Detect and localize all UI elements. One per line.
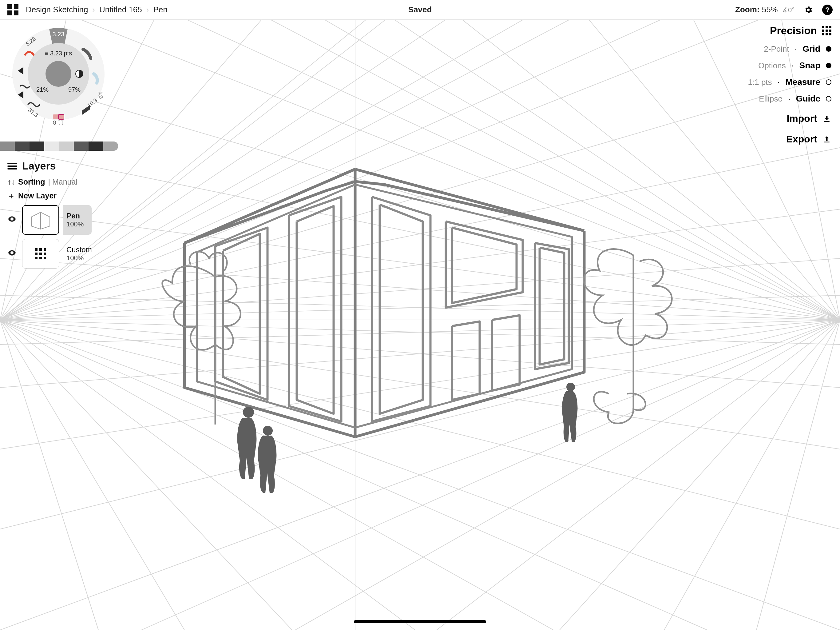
layers-panel: Layers ↑↓ Sorting | Manual ＋ New Layer P… bbox=[7, 160, 99, 273]
canvas[interactable] bbox=[0, 0, 840, 630]
apps-icon[interactable] bbox=[7, 4, 19, 15]
breadcrumb-root[interactable]: Design Sketching bbox=[26, 5, 88, 14]
breadcrumb-tool[interactable]: Pen bbox=[153, 5, 167, 14]
chevron-right-icon: › bbox=[92, 5, 95, 14]
home-indicator bbox=[354, 620, 486, 623]
layer-item[interactable]: Custom 100% bbox=[7, 239, 99, 269]
svg-line-3 bbox=[0, 0, 840, 320]
toggle-off-icon bbox=[826, 79, 831, 85]
zoom-readout[interactable]: Zoom: 55% ∡0° bbox=[735, 5, 794, 14]
precision-panel: Precision 2-Point· Grid Options· Snap 1:… bbox=[748, 25, 831, 145]
layer-thumbnail bbox=[22, 205, 59, 235]
export-button[interactable]: Export bbox=[748, 133, 831, 145]
toggle-on-icon bbox=[826, 63, 831, 68]
svg-line-1 bbox=[0, 0, 840, 320]
tool-wheel[interactable]: 3.23 5.28 10.3 31.3 11.8 Aa ≡ 3.23 pts 2… bbox=[6, 22, 111, 126]
chevron-right-icon: › bbox=[146, 5, 149, 14]
svg-line-40 bbox=[141, 320, 840, 630]
svg-line-41 bbox=[295, 320, 840, 630]
precision-title: Precision bbox=[770, 25, 817, 36]
precision-measure-toggle[interactable]: 1:1 pts· Measure bbox=[748, 77, 831, 87]
layers-sorting[interactable]: ↑↓ Sorting | Manual bbox=[7, 177, 99, 187]
svg-line-15 bbox=[0, 320, 553, 630]
svg-line-29 bbox=[0, 0, 840, 320]
top-bar: Design Sketching › Untitled 165 › Pen Sa… bbox=[0, 0, 840, 20]
layers-menu-icon[interactable] bbox=[7, 163, 17, 169]
visibility-toggle[interactable] bbox=[7, 248, 18, 260]
svg-text:21%: 21% bbox=[36, 86, 49, 93]
layers-title: Layers bbox=[22, 160, 56, 172]
visibility-toggle[interactable] bbox=[7, 214, 18, 226]
toggle-on-icon bbox=[826, 46, 831, 52]
precision-guide-toggle[interactable]: Ellipse· Guide bbox=[748, 94, 831, 104]
svg-line-2 bbox=[0, 0, 840, 320]
perspective-grid bbox=[0, 0, 840, 630]
import-button[interactable]: Import bbox=[748, 113, 831, 124]
svg-text:11.8: 11.8 bbox=[53, 119, 64, 125]
gear-icon[interactable] bbox=[803, 5, 813, 15]
color-swatches[interactable] bbox=[0, 141, 118, 151]
svg-line-17 bbox=[0, 320, 292, 630]
tree-right bbox=[584, 249, 672, 424]
new-layer-button[interactable]: ＋ New Layer bbox=[7, 191, 99, 201]
svg-line-27 bbox=[0, 0, 840, 320]
drag-handle-icon[interactable] bbox=[822, 26, 831, 35]
svg-line-18 bbox=[0, 320, 185, 630]
precision-grid-toggle[interactable]: 2-Point· Grid bbox=[748, 44, 831, 54]
svg-line-28 bbox=[0, 0, 840, 320]
precision-snap-toggle[interactable]: Options· Snap bbox=[748, 60, 831, 70]
svg-point-63 bbox=[46, 61, 71, 87]
svg-text:97%: 97% bbox=[68, 86, 81, 93]
help-icon[interactable]: ? bbox=[822, 5, 833, 15]
svg-line-16 bbox=[0, 320, 415, 630]
building-sketch bbox=[185, 169, 584, 437]
svg-text:3.23: 3.23 bbox=[52, 31, 65, 38]
layer-item[interactable]: Pen 100% bbox=[7, 205, 99, 235]
layer-thumbnail bbox=[22, 239, 59, 269]
toggle-off-icon bbox=[826, 96, 831, 101]
save-status: Saved bbox=[408, 5, 432, 14]
svg-line-20 bbox=[0, 0, 840, 320]
breadcrumb-doc[interactable]: Untitled 165 bbox=[99, 5, 142, 14]
figure-left-1 bbox=[237, 407, 257, 479]
svg-line-44 bbox=[664, 320, 840, 630]
svg-line-42 bbox=[437, 320, 840, 630]
figure-left-2 bbox=[258, 426, 277, 493]
svg-text:≡ 3.23 pts: ≡ 3.23 pts bbox=[45, 50, 72, 57]
svg-line-21 bbox=[0, 0, 738, 320]
figure-right bbox=[562, 383, 578, 442]
svg-line-14 bbox=[0, 320, 707, 630]
